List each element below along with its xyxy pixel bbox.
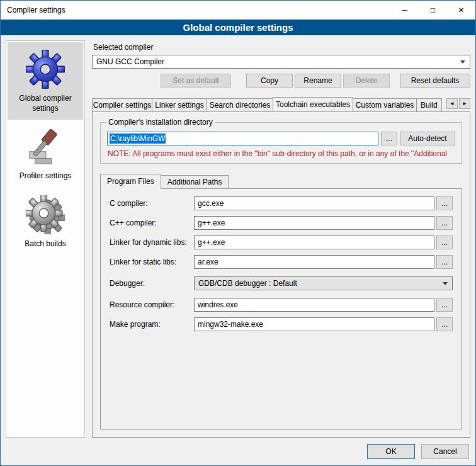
toolchain-executables-panel: Compiler's installation directory C:\ray… <box>92 111 470 438</box>
dialog-header: Global compiler settings <box>1 20 475 35</box>
rename-button[interactable]: Rename <box>295 74 341 88</box>
selected-compiler-dropdown[interactable]: GNU GCC Compiler <box>92 55 470 69</box>
bin-subdirectory-note: NOTE: All programs must exist either in … <box>108 149 455 158</box>
ok-button[interactable]: OK <box>367 444 415 459</box>
tab-build[interactable]: Build <box>416 98 442 111</box>
installation-directory-input[interactable]: C:\raylib\MinGW <box>107 132 378 145</box>
delete-button[interactable]: Delete <box>343 74 390 88</box>
tab-strip: Compiler settings Linker settings Search… <box>92 97 445 111</box>
tab-bar: Compiler settings Linker settings Search… <box>92 97 470 111</box>
selected-compiler-value: GNU GCC Compiler <box>96 57 164 66</box>
selected-compiler-label: Selected compiler <box>93 43 470 52</box>
c-compiler-browse-button[interactable]: ... <box>436 196 453 210</box>
resource-compiler-browse-button[interactable]: ... <box>436 298 453 312</box>
window-title: Compiler settings <box>1 6 65 14</box>
field-row-linker-static: Linker for static libs: ... <box>110 255 453 269</box>
minimize-icon[interactable]: ─ <box>390 1 419 20</box>
cpp-compiler-label: C++ compiler: <box>110 219 194 227</box>
compiler-settings-window: Compiler settings ─ □ ✕ Global compiler … <box>0 0 476 466</box>
program-files-panel: C compiler: ... C++ compiler: ... Linker… <box>100 188 462 429</box>
titlebar: Compiler settings ─ □ ✕ <box>1 1 475 20</box>
make-program-input[interactable] <box>194 317 434 331</box>
field-row-debugger: Debugger: GDB/CDB debugger : Default <box>110 276 453 290</box>
tab-scroll-right-icon[interactable]: ► <box>459 98 470 109</box>
sidebar-item-profiler-settings[interactable]: Profiler settings <box>8 120 83 188</box>
chevron-down-icon <box>443 282 448 285</box>
batch-builds-gear-icon <box>26 195 65 234</box>
installation-directory-browse-button[interactable]: ... <box>381 132 397 145</box>
linker-static-label: Linker for static libs: <box>110 258 194 266</box>
cpp-compiler-input[interactable] <box>194 216 434 230</box>
sidebar-item-label: Batch builds <box>25 239 65 249</box>
linker-static-browse-button[interactable]: ... <box>436 255 453 269</box>
chevron-down-icon <box>460 60 465 64</box>
cpp-compiler-browse-button[interactable]: ... <box>436 216 453 230</box>
installation-directory-group: Compiler's installation directory C:\ray… <box>100 122 462 164</box>
main-panel: Selected compiler GNU GCC Compiler Set a… <box>92 40 470 438</box>
c-compiler-input[interactable] <box>194 196 434 210</box>
field-row-c-compiler: C compiler: ... <box>110 196 453 210</box>
installation-directory-row: C:\raylib\MinGW ... Auto-detect <box>107 132 455 145</box>
content: Global compiler settings Profiler settin… <box>1 35 475 443</box>
profiler-hammer-icon <box>26 127 65 166</box>
close-icon[interactable]: ✕ <box>447 1 475 20</box>
subtab-bar: Program Files Additional Paths <box>100 174 462 188</box>
tab-toolchain-executables[interactable]: Toolchain executables <box>273 97 353 111</box>
linker-dynamic-input[interactable] <box>194 236 434 249</box>
field-row-linker-dynamic: Linker for dynamic libs: ... <box>110 236 453 249</box>
debugger-value: GDB/CDB debugger : Default <box>198 279 297 288</box>
c-compiler-label: C compiler: <box>110 199 194 208</box>
field-row-cpp-compiler: C++ compiler: ... <box>110 216 453 230</box>
make-program-label: Make program: <box>110 320 194 329</box>
debugger-dropdown[interactable]: GDB/CDB debugger : Default <box>194 276 453 290</box>
debugger-label: Debugger: <box>110 279 194 288</box>
reset-defaults-button[interactable]: Reset defaults <box>400 74 470 88</box>
tab-linker-settings[interactable]: Linker settings <box>152 98 207 111</box>
tab-search-directories[interactable]: Search directories <box>207 98 273 111</box>
field-row-make-program: Make program: ... <box>110 317 453 331</box>
dialog-footer: OK Cancel <box>1 443 475 465</box>
sidebar-item-label: Profiler settings <box>20 171 72 181</box>
sidebar-item-label: Global compiler settings <box>9 94 82 113</box>
set-as-default-button[interactable]: Set as default <box>161 74 231 88</box>
sidebar-item-global-compiler-settings[interactable]: Global compiler settings <box>8 42 83 120</box>
tab-custom-variables[interactable]: Custom variables <box>353 98 417 111</box>
installation-directory-value: C:\raylib\MinGW <box>110 134 166 144</box>
sidebar-item-batch-builds[interactable]: Batch builds <box>8 188 83 256</box>
window-controls: ─ □ ✕ <box>390 1 475 20</box>
subtab-program-files[interactable]: Program Files <box>100 174 161 189</box>
compiler-actions: Set as default Copy Rename Delete Reset … <box>92 74 470 88</box>
resource-compiler-input[interactable] <box>194 298 434 312</box>
subtab-additional-paths[interactable]: Additional Paths <box>161 175 229 188</box>
linker-dynamic-label: Linker for dynamic libs: <box>110 238 194 247</box>
sidebar: Global compiler settings Profiler settin… <box>6 40 85 438</box>
tab-compiler-settings[interactable]: Compiler settings <box>92 98 152 111</box>
make-program-browse-button[interactable]: ... <box>436 317 453 331</box>
linker-dynamic-browse-button[interactable]: ... <box>436 236 453 249</box>
auto-detect-button[interactable]: Auto-detect <box>400 132 455 145</box>
copy-button[interactable]: Copy <box>246 74 293 88</box>
linker-static-input[interactable] <box>194 255 434 269</box>
resource-compiler-label: Resource compiler: <box>110 300 194 309</box>
installation-directory-group-label: Compiler's installation directory <box>106 118 215 127</box>
field-row-resource-compiler: Resource compiler: ... <box>110 298 453 312</box>
tab-scroll-left-icon[interactable]: ◄ <box>446 98 458 109</box>
cancel-button[interactable]: Cancel <box>421 444 469 459</box>
gear-icon <box>26 50 65 89</box>
maximize-icon[interactable]: □ <box>419 1 447 20</box>
